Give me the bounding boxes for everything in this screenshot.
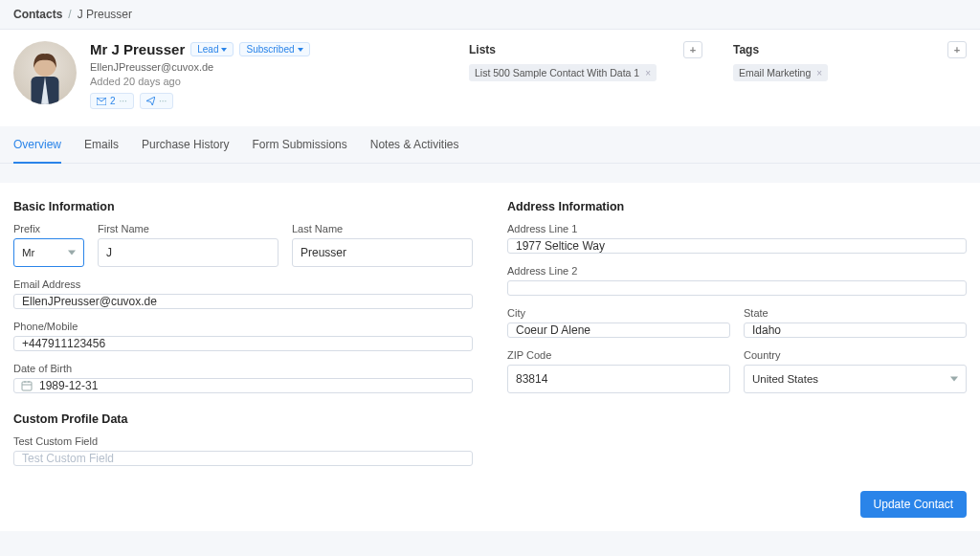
subscribe-label: Subscribed <box>246 44 294 55</box>
prefix-label: Prefix <box>13 223 84 234</box>
tag-chip[interactable]: Email Marketing × <box>733 64 828 81</box>
country-label: Country <box>744 349 967 361</box>
calendar-icon <box>21 380 33 391</box>
addr1-input[interactable] <box>507 238 967 254</box>
status-label: Lead <box>197 44 218 55</box>
basic-info-title: Basic Information <box>13 200 473 213</box>
dob-input[interactable] <box>13 378 473 393</box>
custom-field-label: Test Custom Field <box>13 435 473 447</box>
addr1-label: Address Line 1 <box>507 223 967 234</box>
email-count-chip[interactable]: 2 ··· <box>90 93 134 109</box>
phone-label: Phone/Mobile <box>13 321 473 332</box>
tab-bar: Overview Emails Purchase History Form Su… <box>0 126 980 164</box>
first-name-label: First Name <box>98 223 278 234</box>
email-input[interactable] <box>13 294 473 309</box>
overview-form: Basic Information Prefix Mr First Name <box>0 183 980 531</box>
add-tag-button[interactable]: + <box>947 41 967 58</box>
phone-input[interactable] <box>13 336 473 351</box>
breadcrumb: Contacts / J Preusser <box>0 0 980 30</box>
tag-chip-label: Email Marketing <box>739 67 811 78</box>
email-label: Email Address <box>13 278 473 290</box>
tab-notes-activities[interactable]: Notes & Activities <box>370 126 459 163</box>
update-contact-button[interactable]: Update Contact <box>860 491 967 518</box>
city-input[interactable] <box>507 322 730 338</box>
send-chip[interactable]: ··· <box>140 93 173 109</box>
prefix-value: Mr <box>22 247 34 258</box>
address-info-title: Address Information <box>507 200 967 213</box>
status-pill[interactable]: Lead <box>190 42 234 56</box>
custom-section-title: Custom Profile Data <box>13 412 473 426</box>
custom-field-input[interactable] <box>13 451 473 466</box>
remove-list-icon[interactable]: × <box>645 68 651 78</box>
contact-name: Mr J Preusser <box>90 41 185 57</box>
avatar[interactable] <box>13 41 77 104</box>
city-label: City <box>507 307 730 319</box>
contact-added: Added 20 days ago <box>90 76 310 87</box>
contact-header: Mr J Preusser Lead Subscribed EllenJPreu… <box>0 30 980 126</box>
lists-title: Lists <box>469 43 496 56</box>
svg-rect-4 <box>22 382 32 390</box>
email-count: 2 <box>110 96 116 106</box>
zip-input[interactable] <box>507 365 730 393</box>
addr2-input[interactable] <box>507 280 967 296</box>
tab-overview[interactable]: Overview <box>13 126 61 163</box>
last-name-input[interactable] <box>292 238 473 267</box>
addr2-label: Address Line 2 <box>507 265 967 277</box>
country-select[interactable]: United States <box>744 365 967 393</box>
state-input[interactable] <box>744 322 967 338</box>
tab-form-submissions[interactable]: Form Submissions <box>252 126 346 163</box>
zip-label: ZIP Code <box>507 349 730 361</box>
chevron-down-icon <box>298 48 303 52</box>
tags-column: Tags + Email Marketing × <box>733 41 967 109</box>
dob-label: Date of Birth <box>13 363 473 374</box>
breadcrumb-separator: / <box>68 8 71 21</box>
state-label: State <box>744 307 967 319</box>
prefix-select[interactable]: Mr <box>13 238 84 267</box>
profile-info: Mr J Preusser Lead Subscribed EllenJPreu… <box>90 41 310 109</box>
first-name-input[interactable] <box>98 238 278 267</box>
address-info-section: Address Information Address Line 1 Addre… <box>507 200 967 478</box>
chevron-down-icon <box>221 48 227 52</box>
contact-email: EllenJPreusser@cuvox.de <box>90 61 310 73</box>
last-name-label: Last Name <box>292 223 473 234</box>
paper-plane-icon <box>146 97 155 105</box>
tab-purchase-history[interactable]: Purchase History <box>142 126 229 163</box>
lists-column: Lists + List 500 Sample Contact With Dat… <box>469 41 702 109</box>
remove-tag-icon[interactable]: × <box>816 68 822 78</box>
breadcrumb-root[interactable]: Contacts <box>13 8 62 21</box>
subscribe-pill[interactable]: Subscribed <box>239 42 309 56</box>
basic-info-section: Basic Information Prefix Mr First Name <box>13 200 473 478</box>
list-chip-label: List 500 Sample Contact With Data 1 <box>475 67 639 78</box>
envelope-icon <box>97 98 106 105</box>
tags-title: Tags <box>733 43 759 56</box>
tab-emails[interactable]: Emails <box>84 126 119 163</box>
list-chip[interactable]: List 500 Sample Contact With Data 1 × <box>469 64 657 81</box>
chevron-down-icon <box>950 377 958 382</box>
add-list-button[interactable]: + <box>683 41 702 58</box>
country-value: United States <box>752 373 818 385</box>
chevron-down-icon <box>68 251 76 256</box>
breadcrumb-current: J Preusser <box>78 8 132 21</box>
